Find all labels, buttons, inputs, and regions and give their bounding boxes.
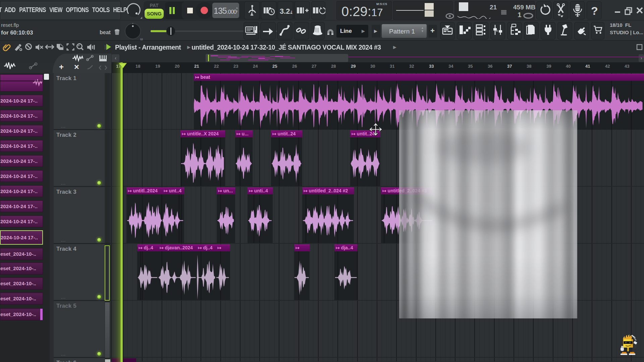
svg-text:?: ? (591, 4, 598, 17)
svg-text:x: x (496, 29, 498, 33)
svg-text:1: 1 (290, 10, 293, 15)
svg-text:ш: ш (140, 37, 143, 41)
